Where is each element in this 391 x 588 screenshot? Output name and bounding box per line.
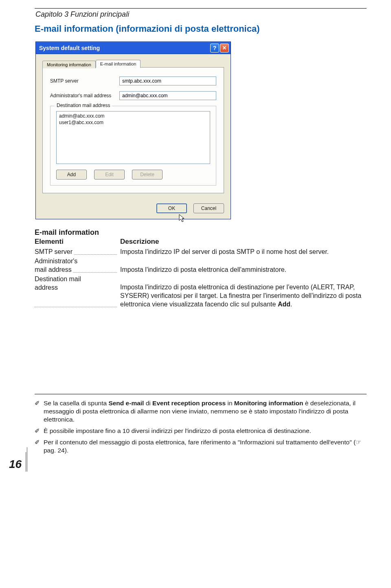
destination-listbox[interactable]: admin@abc.xxx.com user1@abc.xxx.com [56,111,210,164]
page-number: 16 [9,458,22,471]
column-descrizione: Descrizione [120,238,159,246]
info-heading: E-mail information [35,228,367,237]
term-destination: Destination mail address [35,275,120,308]
ok-button[interactable]: OK [156,203,187,213]
delete-button: Delete [132,170,163,179]
chapter-title: Capitolo 3 Funzioni principali [35,10,367,19]
admin-mail-label: Administrator's mail address [50,93,119,98]
column-elementi: Elementi [35,238,120,246]
window-title: System default setting [39,45,209,51]
term-smtp: SMTP server [35,247,120,256]
destination-group-title: Destination mail address [55,103,112,108]
note-3: Per il contenuto del messaggio di posta … [44,438,367,455]
note-icon: ✐ [35,438,44,455]
dialog-window: System default setting ? × Monitoring in… [35,42,231,219]
list-item[interactable]: admin@abc.xxx.com [59,113,207,119]
edit-button: Edit [94,170,125,179]
list-item[interactable]: user1@abc.xxx.com [59,119,207,126]
destination-groupbox: Destination mail address admin@abc.xxx.c… [50,106,216,186]
cancel-button[interactable]: Cancel [193,203,224,213]
page-decoration [25,452,28,472]
section-title: E-mail information (informazioni di post… [35,24,367,34]
note-icon: ✐ [35,427,44,435]
desc-admin: Imposta l'indirizzo di posta elettronica… [120,265,367,274]
term-admin: Administrator's mail address [35,257,120,274]
tab-email-information[interactable]: E-mail information [96,60,141,68]
note-2: È possibile impostare fino a 10 diversi … [44,427,311,435]
note-1: Se la casella di spunta Send e-mail di E… [44,399,367,424]
admin-mail-input[interactable] [119,91,216,100]
desc-smtp: Imposta l'indirizzo IP del server di pos… [120,247,367,256]
help-button[interactable]: ? [210,44,219,52]
tab-panel-email: SMTP server Administrator's mail address… [42,67,224,193]
desc-destination: Imposta l'indirizzo di posta elettronica… [120,275,367,308]
add-button[interactable]: Add [56,170,87,179]
close-button[interactable]: × [220,44,229,52]
note-icon: ✐ [35,399,44,424]
smtp-server-label: SMTP server [50,78,119,84]
tab-monitoring-information[interactable]: Monitoring information [42,61,96,68]
smtp-server-input[interactable] [119,77,216,85]
titlebar: System default setting ? × [36,42,231,54]
